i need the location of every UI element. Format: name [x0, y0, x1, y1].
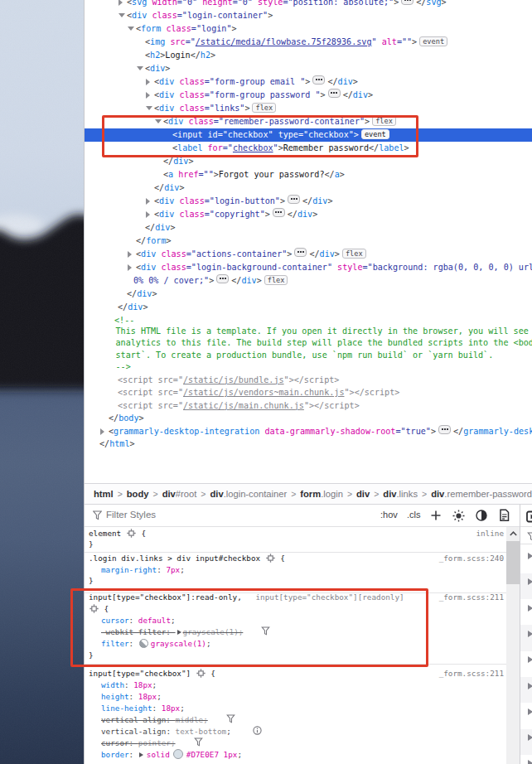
- inline-expander-icon[interactable]: [288, 195, 300, 204]
- inline-expander-icon[interactable]: [273, 208, 285, 217]
- light-mode-icon[interactable]: [452, 510, 465, 522]
- expand-arrow-icon[interactable]: [528, 605, 532, 612]
- expand-arrow-icon[interactable]: [528, 734, 532, 741]
- inline-expander-icon[interactable]: [294, 248, 307, 257]
- flex-badge[interactable]: flex: [264, 275, 288, 285]
- breadcrumb-item[interactable]: div.remember-password-container: [431, 489, 532, 499]
- node-div[interactable]: <div>: [85, 62, 532, 75]
- node-grammarly[interactable]: <grammarly-desktop-integration data-gram…: [85, 425, 532, 438]
- inline-expander-icon[interactable]: [216, 274, 229, 283]
- expand-arrow-icon[interactable]: [146, 211, 150, 218]
- computed-row[interactable]: [520, 703, 532, 728]
- selector-highlighter-icon[interactable]: [127, 529, 136, 538]
- flex-badge[interactable]: flex: [342, 249, 366, 259]
- class-button[interactable]: .cls: [407, 510, 421, 520]
- computed-row[interactable]: [520, 573, 532, 599]
- breadcrumb-item[interactable]: div.links: [383, 489, 418, 499]
- node-close-form[interactable]: </form>: [85, 235, 532, 248]
- shorthand-expander-icon[interactable]: [139, 752, 143, 757]
- node-close-div[interactable]: </div>: [85, 181, 532, 195]
- inline-expander-icon[interactable]: [312, 75, 325, 85]
- expand-arrow-icon[interactable]: [146, 92, 150, 99]
- rule-selector-line[interactable]: .login div.links > div input#checkbox {_…: [85, 553, 506, 564]
- node-script-vendors[interactable]: <script src="/static/js/vendors~main.chu…: [85, 386, 532, 399]
- expand-arrow-icon[interactable]: [528, 683, 532, 689]
- css-declaration[interactable]: height: 18px;: [85, 691, 506, 703]
- print-media-icon[interactable]: [499, 509, 510, 522]
- node-login-button[interactable]: <div class="login-button"></div>: [85, 195, 532, 208]
- computed-row[interactable]: [520, 677, 532, 703]
- expand-arrow-icon[interactable]: [128, 264, 132, 271]
- css-declaration[interactable]: width: 18px;: [85, 679, 506, 691]
- node-close-html[interactable]: </html>: [85, 438, 532, 451]
- node-a-forgot[interactable]: <a href="">Forgot your password?</a>: [85, 168, 532, 181]
- selector-highlighter-icon[interactable]: [266, 554, 275, 563]
- node-form-group-password[interactable]: <div class="form-group password "></div>: [85, 89, 532, 102]
- node-script-main[interactable]: <script src="/static/js/main.chunk.js"><…: [85, 399, 532, 413]
- computed-row[interactable]: [520, 625, 532, 650]
- expand-arrow-icon[interactable]: [528, 708, 532, 715]
- node-form-group-email[interactable]: <div class="form-group email "></div>: [85, 75, 532, 89]
- rule-selector-line[interactable]: element {inline: [85, 528, 506, 539]
- collapse-arrow-icon[interactable]: [146, 106, 152, 110]
- breadcrumb-item[interactable]: div#root: [162, 489, 197, 499]
- scroll-up-arrow[interactable]: [510, 531, 517, 536]
- expand-arrow-icon[interactable]: [146, 79, 150, 85]
- css-declaration[interactable]: line-height: 18px;: [85, 703, 506, 714]
- css-declaration[interactable]: margin-right: 7px;: [85, 564, 506, 576]
- breadcrumb-item[interactable]: html: [94, 489, 114, 499]
- scrollbar-thumb[interactable]: [506, 541, 520, 584]
- inactive-css-info-icon[interactable]: [253, 726, 262, 735]
- selector-highlighter-icon[interactable]: [196, 669, 206, 678]
- rule-source-link[interactable]: inline: [476, 528, 504, 539]
- collapse-arrow-icon[interactable]: [137, 66, 143, 70]
- computed-row[interactable]: [520, 548, 532, 573]
- collapse-arrow-icon[interactable]: [118, 13, 125, 17]
- overridden-filter-icon[interactable]: [194, 737, 203, 747]
- node-form-login[interactable]: <form class="login">: [85, 22, 532, 36]
- inline-expander-icon[interactable]: [328, 89, 341, 98]
- computed-row[interactable]: [520, 651, 532, 677]
- add-rule-button[interactable]: [430, 510, 442, 521]
- breadcrumb-item[interactable]: form.login: [300, 489, 343, 499]
- node-h2-login[interactable]: <h2>Login</h2>: [85, 49, 532, 62]
- node-close-div[interactable]: </div>: [85, 288, 532, 301]
- node-close-div[interactable]: </div>: [85, 221, 532, 235]
- css-declaration[interactable]: cursor: pointer;: [85, 737, 506, 749]
- node-close-body[interactable]: </body>: [85, 412, 532, 425]
- rule-source-link[interactable]: _form.scss:211: [439, 668, 504, 679]
- rule-source-link[interactable]: _form.scss:240: [439, 553, 504, 564]
- node-comment-end[interactable]: -->: [85, 360, 532, 374]
- expand-arrow-icon[interactable]: [528, 578, 532, 585]
- node-script-bundle[interactable]: <script src="/static/js/bundle.js"></scr…: [85, 374, 532, 387]
- pseudo-class-button[interactable]: :hov: [380, 510, 398, 520]
- node-copyright[interactable]: <div class="copyright"></div>: [85, 208, 532, 221]
- breadcrumb-item[interactable]: div.login-container: [210, 489, 287, 499]
- inline-expander-icon[interactable]: [401, 0, 414, 5]
- filter-styles-input[interactable]: Filter Styles: [106, 510, 156, 520]
- expand-arrow-icon[interactable]: [118, 0, 123, 6]
- node-login-container[interactable]: <div class="login-container">: [85, 9, 532, 22]
- node-div-links[interactable]: <div class="links">flex: [85, 102, 532, 115]
- breadcrumb-item[interactable]: body: [127, 489, 149, 499]
- node-close-div[interactable]: </div>: [85, 301, 532, 314]
- breadcrumb-item[interactable]: div: [356, 489, 370, 499]
- computed-row[interactable]: [520, 599, 532, 625]
- color-swatch-icon[interactable]: [173, 749, 183, 759]
- expand-arrow-icon[interactable]: [128, 251, 132, 258]
- computed-row[interactable]: [520, 729, 532, 755]
- rule-selector-line[interactable]: input[type="checkbox"] {_form.scss:211: [85, 668, 506, 679]
- expand-arrow-icon[interactable]: [528, 760, 532, 764]
- css-declaration[interactable]: border: solid#D7E0E7 1px;: [85, 749, 506, 761]
- overridden-filter-icon[interactable]: [226, 714, 235, 723]
- css-declaration[interactable]: vertical-align: text-bottom;: [85, 726, 506, 737]
- node-img-logo[interactable]: <img src="/static/media/flowbase.75f2893…: [85, 36, 532, 49]
- expand-arrow-icon[interactable]: [100, 428, 104, 435]
- dark-mode-icon[interactable]: [476, 510, 487, 521]
- expand-arrow-icon[interactable]: [528, 656, 532, 663]
- rules-scrollbar[interactable]: [506, 527, 520, 764]
- node-login-background-container[interactable]: <div class="login-background-container" …: [85, 261, 532, 274]
- event-badge[interactable]: event: [419, 36, 447, 46]
- expand-arrow-icon[interactable]: [528, 631, 532, 637]
- node-svg[interactable]: <svg width="0" height="0" style="positio…: [85, 0, 532, 9]
